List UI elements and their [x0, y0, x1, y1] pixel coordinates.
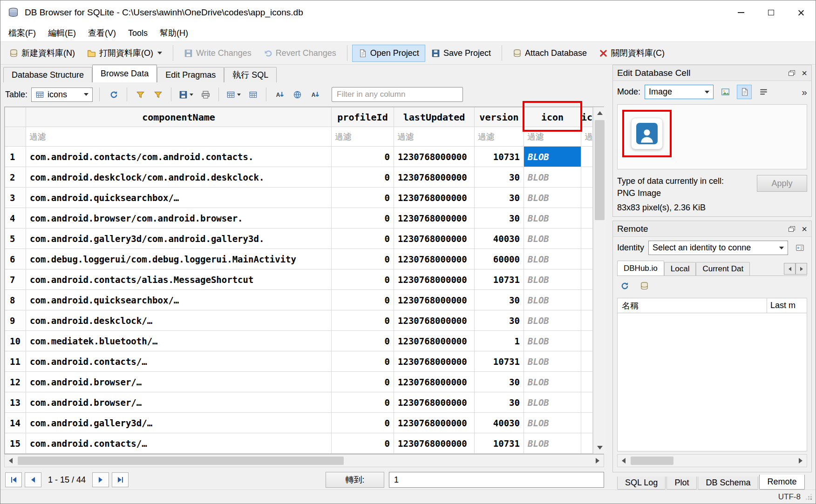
cell-lastUpdated[interactable]: 1230768000000 [394, 167, 475, 188]
cell-componentName[interactable]: com.android.contacts/com.android.contact… [26, 147, 332, 167]
identity-select[interactable]: Select an identity to conne [648, 241, 788, 255]
scrollbar-track[interactable] [593, 119, 606, 442]
cell-lastUpdated[interactable]: 1230768000000 [394, 188, 475, 208]
cell-profileId[interactable]: 0 [332, 290, 394, 310]
cell-icon[interactable]: BLOB [524, 413, 581, 433]
insert-record-button[interactable] [224, 87, 243, 102]
tab-browse-data[interactable]: Browse Data [92, 65, 157, 82]
cell-lastUpdated[interactable]: 1230768000000 [394, 413, 475, 433]
encoding-button[interactable] [290, 87, 305, 102]
cell-componentName[interactable]: com.mediatek.bluetooth/… [26, 331, 332, 351]
cell-lastUpdated[interactable]: 1230768000000 [394, 433, 475, 454]
cell-profileId[interactable]: 0 [332, 208, 394, 228]
cell-componentName[interactable]: com.android.quicksearchbox/… [26, 188, 332, 208]
scroll-right-button[interactable] [795, 455, 807, 467]
cell-ic[interactable] [581, 147, 593, 167]
open-project-button[interactable]: Open Project [352, 45, 425, 62]
scroll-left-button[interactable] [5, 455, 17, 467]
clone-database-button[interactable] [637, 279, 652, 293]
cell-ic[interactable] [581, 433, 593, 454]
column-header-ic[interactable]: ic [581, 108, 593, 127]
cell-icon[interactable]: BLOB [524, 433, 581, 454]
cell-ic[interactable] [581, 372, 593, 392]
last-record-button[interactable] [112, 472, 129, 487]
save-results-button[interactable] [177, 87, 195, 102]
row-number[interactable]: 12 [5, 372, 26, 392]
cell-profileId[interactable]: 0 [332, 433, 394, 454]
cell-profileId[interactable]: 0 [332, 351, 394, 372]
cell-componentName[interactable]: com.android.browser/com.android.browser. [26, 208, 332, 228]
column-header-version[interactable]: version [475, 108, 524, 127]
tab-execute-sql[interactable]: 執行 SQL [224, 67, 277, 82]
cell-ic[interactable] [581, 167, 593, 188]
delete-record-button[interactable] [245, 87, 260, 102]
cell-version[interactable]: 30 [475, 188, 524, 208]
new-database-button[interactable]: 新建資料庫(N) [3, 44, 81, 62]
cell-profileId[interactable]: 0 [332, 413, 394, 433]
cell-version[interactable]: 30 [475, 392, 524, 413]
menu-view[interactable]: 查看(V) [82, 25, 122, 41]
cell-version[interactable]: 30 [475, 310, 524, 331]
filter-input-icon[interactable]: 過濾 [524, 127, 581, 147]
cell-ic[interactable] [581, 269, 593, 290]
cell-profileId[interactable]: 0 [332, 392, 394, 413]
cell-icon[interactable]: BLOB [524, 269, 581, 290]
scroll-right-button[interactable] [592, 455, 604, 467]
filter-input-lastUpdated[interactable]: 過濾 [394, 127, 475, 147]
row-number[interactable]: 1 [5, 147, 26, 167]
menu-tools[interactable]: Tools [122, 26, 154, 40]
cell-version[interactable]: 40030 [475, 413, 524, 433]
cell-version[interactable]: 10731 [475, 269, 524, 290]
column-header-name[interactable]: 名稱 [622, 300, 639, 311]
more-tools-button[interactable]: » [802, 87, 807, 98]
cell-lastUpdated[interactable]: 1230768000000 [394, 228, 475, 249]
cell-profileId[interactable]: 0 [332, 188, 394, 208]
cell-lastUpdated[interactable]: 1230768000000 [394, 392, 475, 413]
apply-button[interactable]: Apply [757, 175, 807, 192]
cell-version[interactable]: 30 [475, 167, 524, 188]
cell-version[interactable]: 10731 [475, 433, 524, 454]
tab-scroll-right-button[interactable] [796, 263, 807, 275]
close-button[interactable] [786, 0, 816, 25]
cell-profileId[interactable]: 0 [332, 331, 394, 351]
scroll-down-button[interactable] [593, 442, 606, 454]
cell-componentName[interactable]: com.android.deskclock/… [26, 310, 332, 331]
cell-lastUpdated[interactable]: 1230768000000 [394, 331, 475, 351]
row-number[interactable]: 11 [5, 351, 26, 372]
tab-scroll-left-button[interactable] [784, 263, 796, 275]
attach-database-button[interactable]: Attach Database [507, 45, 593, 62]
undock-panel-icon[interactable] [789, 226, 795, 232]
remote-tab-current-database[interactable]: Current Dat [696, 262, 750, 276]
cell-profileId[interactable]: 0 [332, 249, 394, 269]
scrollbar-track[interactable] [630, 455, 795, 467]
scrollbar-track[interactable] [17, 455, 592, 467]
cell-version[interactable]: 30 [475, 208, 524, 228]
dock-tab-db-schema[interactable]: DB Schema [698, 477, 758, 490]
row-number[interactable]: 6 [5, 249, 26, 269]
row-number[interactable]: 8 [5, 290, 26, 310]
scrollbar-thumb[interactable] [631, 457, 673, 465]
cell-icon[interactable]: BLOB [524, 310, 581, 331]
filter-input-version[interactable]: 過濾 [475, 127, 524, 147]
remote-refresh-button[interactable] [617, 279, 632, 293]
row-number[interactable]: 14 [5, 413, 26, 433]
column-header-icon[interactable]: icon [524, 108, 581, 127]
sort-desc-button[interactable] [307, 87, 322, 102]
write-changes-button[interactable]: Write Changes [178, 45, 258, 62]
cell-ic[interactable] [581, 249, 593, 269]
filter-clear-button[interactable] [150, 87, 165, 102]
cell-icon[interactable]: BLOB [524, 290, 581, 310]
cell-icon[interactable]: BLOB [524, 372, 581, 392]
maximize-button[interactable] [756, 0, 786, 25]
scroll-left-button[interactable] [618, 455, 630, 467]
cell-ic[interactable] [581, 392, 593, 413]
cell-lastUpdated[interactable]: 1230768000000 [394, 372, 475, 392]
column-header-lastUpdated[interactable]: lastUpdated [394, 108, 475, 127]
horizontal-scrollbar[interactable] [4, 454, 604, 467]
scrollbar-thumb[interactable] [595, 120, 605, 220]
close-panel-icon[interactable]: × [802, 68, 807, 78]
filter-input[interactable] [332, 87, 463, 102]
column-header-componentName[interactable]: componentName [26, 108, 332, 127]
cell-profileId[interactable]: 0 [332, 228, 394, 249]
cell-ic[interactable] [581, 310, 593, 331]
